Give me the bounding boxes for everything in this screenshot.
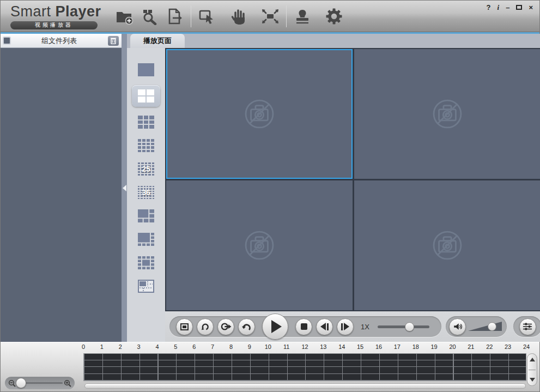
hour-label: 18 (410, 343, 421, 350)
video-cell-1[interactable] (166, 49, 353, 179)
volume-knob[interactable] (488, 322, 496, 331)
hour-label: 15 (355, 343, 366, 350)
delete-files-button[interactable] (107, 35, 119, 46)
fullscreen-button[interactable] (258, 4, 283, 28)
split-layout-selector: 25 36 (127, 48, 165, 342)
speaker-icon (452, 322, 463, 331)
layout-8-button[interactable] (134, 231, 159, 248)
playback-area: 1X (165, 48, 540, 342)
hour-label: 21 (465, 343, 476, 350)
speed-slider[interactable] (378, 322, 429, 331)
no-camera-icon (427, 93, 468, 135)
hour-label: 13 (318, 343, 329, 350)
app-title: Smart Player (10, 3, 112, 20)
hour-label: 23 (502, 343, 513, 350)
minimize-button[interactable]: – (506, 4, 509, 11)
layout-36-button[interactable]: 36 (134, 184, 159, 201)
video-cell-2[interactable] (354, 49, 540, 179)
layout-16-icon (138, 139, 154, 152)
speed-slider-knob[interactable] (405, 322, 414, 331)
sequence-play-button[interactable] (217, 318, 234, 335)
pan-button[interactable] (226, 4, 251, 28)
layout-custom-button[interactable] (134, 278, 159, 294)
playback-settings-button[interactable] (519, 318, 536, 335)
loop-play-button[interactable] (197, 318, 214, 335)
layout-6-icon (138, 209, 154, 222)
volume-controls (446, 316, 507, 337)
layout-9-button[interactable] (134, 114, 159, 130)
layout-36-label: 36 (138, 186, 154, 199)
tab-label: 播放页面 (143, 36, 172, 46)
timeline-vscrollbar[interactable] (527, 353, 537, 386)
brand-player: Player (56, 3, 101, 20)
scroll-up-icon[interactable] (530, 358, 535, 361)
hour-label: 10 (263, 343, 274, 350)
playback-settings-group (513, 316, 540, 337)
content-area: 播放页面 25 36 (127, 34, 540, 342)
scrollbar-divider (529, 370, 536, 370)
search-record-button[interactable] (137, 4, 162, 28)
timeline-panel: 0123456789101112131415161718192021222324 (1, 342, 539, 391)
hour-label: 7 (207, 343, 218, 350)
zoom-slider-knob[interactable] (16, 378, 26, 388)
collapse-left-icon (123, 185, 126, 191)
app-subtitle: 视频播放器 (35, 21, 73, 29)
file-list-title: 组文件列表 (11, 36, 107, 46)
zoom-in-icon[interactable] (64, 379, 71, 387)
help-button[interactable]: ? (487, 4, 491, 11)
play-button[interactable] (262, 313, 288, 340)
transport-controls: 1X (169, 316, 441, 337)
search-icon (140, 8, 160, 25)
about-button[interactable]: i (497, 4, 500, 11)
sequence-icon (221, 322, 232, 331)
timeline-zoom-slider[interactable] (5, 377, 75, 389)
hour-label: 4 (152, 343, 163, 350)
volume-slider[interactable] (468, 322, 502, 331)
hour-label: 2 (115, 343, 126, 350)
prev-frame-button[interactable] (316, 318, 333, 335)
hand-icon (229, 8, 248, 25)
select-all-checkbox[interactable] (3, 37, 11, 45)
hour-label: 0 (78, 343, 89, 350)
mute-button[interactable] (449, 318, 466, 335)
maximize-button[interactable] (516, 4, 522, 11)
layout-6-button[interactable] (134, 208, 159, 224)
stop-button[interactable] (295, 318, 312, 335)
no-camera-icon (239, 225, 280, 266)
hour-label: 1 (96, 343, 107, 350)
no-camera-icon (239, 93, 280, 135)
tab-play-page[interactable]: 播放页面 (130, 34, 185, 48)
zoom-out-icon[interactable] (8, 379, 16, 387)
timeline-grid[interactable] (83, 353, 526, 381)
open-file-button[interactable] (112, 4, 137, 28)
sliders-icon (522, 322, 533, 331)
hour-label: 11 (281, 343, 292, 350)
watermark-verify-button[interactable] (290, 4, 315, 28)
layout-1-button[interactable] (134, 62, 159, 78)
scroll-down-icon[interactable] (530, 378, 535, 382)
layout-4-button[interactable] (132, 85, 160, 107)
select-region-button[interactable] (195, 4, 220, 28)
video-fullscreen-button[interactable] (176, 318, 193, 335)
trash-icon (110, 37, 117, 44)
layout-13-button[interactable] (134, 255, 159, 271)
settings-button[interactable] (321, 4, 347, 28)
video-cell-4[interactable] (354, 180, 540, 310)
file-list-body[interactable] (1, 48, 122, 342)
hour-label: 8 (226, 343, 236, 350)
layout-16-button[interactable] (134, 137, 159, 154)
replay-button[interactable] (238, 318, 255, 335)
hour-label: 20 (447, 343, 458, 350)
video-cell-3[interactable] (166, 180, 353, 310)
next-frame-button[interactable] (337, 318, 354, 335)
hour-label: 24 (521, 343, 532, 350)
timeline-hscrollbar[interactable] (84, 383, 526, 389)
hour-label: 19 (429, 343, 440, 350)
sidebar-collapse-handle[interactable] (122, 34, 127, 342)
playback-control-bar: 1X (165, 311, 540, 342)
layout-25-button[interactable]: 25 (134, 161, 159, 177)
export-file-button[interactable] (162, 4, 187, 28)
layout-custom-icon (138, 280, 154, 293)
close-button[interactable]: × (529, 4, 533, 11)
toolbar-separator (286, 5, 287, 27)
